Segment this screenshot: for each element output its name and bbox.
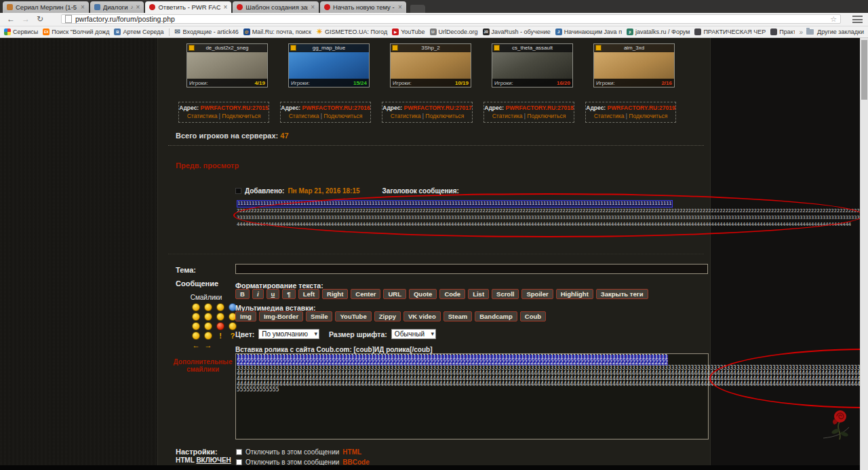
server-links: Статистика | Подключиться: [382, 113, 472, 119]
bookmark-item[interactable]: BАртем Середа: [114, 28, 163, 35]
tab-strip: Сериал Мерлин (1-5 сез×Диалоги♪×Ответить…: [0, 0, 868, 13]
connect-link[interactable]: Подключиться: [425, 113, 464, 119]
smiley-arrow-right-icon[interactable]: →: [204, 341, 212, 349]
topic-input[interactable]: [235, 264, 708, 274]
format-button[interactable]: Scroll: [492, 289, 519, 299]
players-label: Игроки:: [393, 80, 412, 86]
other-bookmarks-label[interactable]: Другие закладки: [817, 28, 864, 35]
smiley-exclaim-icon[interactable]: !: [216, 332, 224, 340]
bookmark-item[interactable]: ▶YouTube: [392, 28, 425, 35]
disable-checkbox[interactable]: [236, 459, 242, 465]
bookmark-item[interactable]: ☀GISMETEO.UA: Погод: [316, 28, 387, 35]
smiley-icon[interactable]: [192, 322, 200, 330]
browser-tab[interactable]: Начать новую тему - PW×: [320, 1, 406, 13]
map-name: gg_map_blue: [289, 44, 369, 52]
format-button[interactable]: B: [235, 289, 250, 299]
stats-link[interactable]: Статистика: [492, 113, 523, 119]
disable-checkbox[interactable]: [236, 449, 242, 455]
media-button[interactable]: Img-Border: [259, 311, 303, 321]
format-button[interactable]: u: [267, 289, 280, 299]
players-label: Игроки:: [189, 80, 208, 86]
bookmark-item[interactable]: Практическая Черна: [770, 28, 795, 35]
bookmark-item[interactable]: ✉Входящие - artick46: [174, 28, 239, 35]
tab-close-icon[interactable]: ×: [223, 4, 227, 11]
tab-close-icon[interactable]: ×: [136, 4, 140, 11]
format-button[interactable]: Code: [439, 289, 465, 299]
bookmark-item[interactable]: Сервисы: [4, 28, 38, 35]
message-textarea[interactable]: [235, 353, 709, 439]
format-button[interactable]: URL: [383, 289, 406, 299]
address-label: Адрес:: [281, 104, 302, 111]
connect-link[interactable]: Подключиться: [629, 113, 667, 119]
size-select[interactable]: Обычный: [391, 329, 436, 339]
smiley-icon[interactable]: [192, 313, 200, 321]
format-button[interactable]: Right: [322, 289, 348, 299]
format-button[interactable]: Закрыть теги: [596, 289, 648, 299]
media-button[interactable]: Zippy: [374, 311, 401, 321]
bookmark-item[interactable]: UUrlDecode.org: [430, 28, 478, 35]
format-button[interactable]: i: [252, 289, 264, 299]
smiley-icon[interactable]: [216, 322, 224, 330]
new-tab-button[interactable]: [410, 5, 425, 13]
bookmark-item[interactable]: @Mail.Ru: почта, поиск: [243, 28, 311, 35]
smiley-icon[interactable]: [204, 332, 212, 340]
tab-close-icon[interactable]: ×: [81, 4, 85, 11]
forward-icon[interactable]: →: [22, 14, 30, 24]
bookmark-item[interactable]: ПРАКТИЧЕСКАЯ ЧЕР: [694, 28, 766, 35]
stats-link[interactable]: Статистика: [391, 113, 421, 119]
media-button[interactable]: YouTube: [335, 311, 371, 321]
bottom-edge: [0, 465, 868, 470]
smiley-icon[interactable]: [204, 322, 212, 330]
bookmarks-overflow-icon[interactable]: »: [799, 28, 803, 36]
scrollbar-thumb[interactable]: [861, 40, 867, 100]
tab-close-icon[interactable]: ×: [398, 4, 402, 11]
bookmark-item[interactable]: ЕХПоиск "Волчий дожд: [43, 28, 109, 35]
browser-tab[interactable]: Шаблон создания заявк×: [233, 1, 319, 13]
media-button[interactable]: Smile: [306, 311, 332, 321]
bookmark-item[interactable]: jtjavatalks.ru / Форум: [627, 28, 690, 35]
browser-tab[interactable]: Сериал Мерлин (1-5 сез×: [3, 1, 89, 13]
back-icon[interactable]: ←: [7, 14, 15, 24]
tab-title: Начать новую тему - PW: [333, 3, 395, 11]
color-select[interactable]: По умолчанию: [258, 329, 319, 339]
stats-link[interactable]: Статистика: [594, 113, 625, 119]
connect-link[interactable]: Подключиться: [323, 113, 362, 119]
format-button[interactable]: Spoiler: [521, 289, 553, 299]
url-text[interactable]: pwrfactory.ru/forum/posting.php: [75, 15, 827, 23]
format-button[interactable]: Quote: [409, 289, 437, 299]
smiley-icon[interactable]: [204, 313, 212, 321]
browser-tab[interactable]: Ответить - PWR FACTOR×: [145, 1, 231, 13]
menu-icon[interactable]: [852, 16, 863, 23]
format-button[interactable]: List: [468, 289, 489, 299]
stats-link[interactable]: Статистика: [187, 113, 218, 119]
format-button[interactable]: Center: [351, 289, 380, 299]
tab-close-icon[interactable]: ×: [311, 4, 315, 11]
media-button[interactable]: Img: [235, 311, 256, 321]
bookmark-label: Сервисы: [13, 28, 38, 35]
address-bar[interactable]: pwrfactory.ru/forum/posting.php ☆: [61, 14, 841, 24]
bookmark-item[interactable]: JНачинающим Java п: [555, 28, 622, 35]
reload-icon[interactable]: ↻: [37, 14, 43, 24]
media-button[interactable]: Coub: [520, 311, 546, 321]
connect-link[interactable]: Подключиться: [222, 113, 260, 119]
media-button[interactable]: Steam: [443, 311, 473, 321]
bookmark-item[interactable]: JRJavaRush - обучение: [483, 28, 551, 35]
smiley-arrow-left-icon[interactable]: ←: [192, 341, 200, 349]
media-button[interactable]: VK video: [403, 311, 441, 321]
browser-tab[interactable]: Диалоги♪×: [90, 1, 144, 13]
smiley-icon[interactable]: [216, 313, 224, 321]
smiley-icon[interactable]: [216, 303, 224, 311]
connect-link[interactable]: Подключиться: [527, 113, 566, 119]
more-smilies-link[interactable]: Дополнительные смайлики: [167, 358, 239, 373]
format-button[interactable]: Left: [298, 289, 319, 299]
format-button[interactable]: Highlight: [556, 289, 593, 299]
page-scrollbar[interactable]: [860, 38, 868, 470]
smiley-icon[interactable]: [192, 332, 200, 340]
checkbox-tag: HTML: [342, 448, 361, 456]
bookmark-star-icon[interactable]: ☆: [830, 15, 837, 24]
smiley-icon[interactable]: [204, 303, 212, 311]
smiley-icon[interactable]: [192, 303, 200, 311]
format-button[interactable]: ¶: [282, 289, 295, 299]
stats-link[interactable]: Статистика: [289, 113, 319, 119]
media-button[interactable]: Bandcamp: [475, 311, 517, 321]
